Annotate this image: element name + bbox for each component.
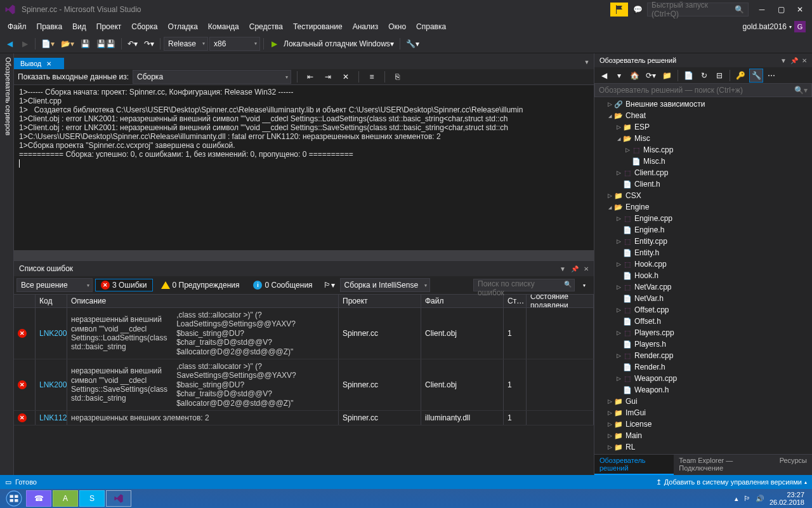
menu-Команда[interactable]: Команда — [203, 20, 244, 33]
tree-arrow-icon[interactable] — [615, 238, 622, 244]
tray-up-icon[interactable]: ▴ — [735, 495, 738, 503]
error-code[interactable]: LNK1120 — [39, 413, 67, 422]
output-tab[interactable]: Вывод✕ — [14, 58, 64, 69]
error-row[interactable]: ✕ LNK2001 неразрешенный внешний символ "… — [14, 359, 594, 411]
se-wrench-button[interactable]: 🔧 — [749, 69, 763, 83]
tab-resources[interactable]: Ресурсы — [775, 455, 812, 475]
error-code[interactable]: LNK2001 — [39, 380, 67, 389]
error-code[interactable]: LNK2001 — [39, 329, 67, 338]
toolbar-extra-button[interactable]: 🔧▾ — [403, 37, 422, 51]
tree-node[interactable]: 📄 Offset.h — [594, 316, 812, 327]
tree-node[interactable]: ⬚ Weapon.cpp — [594, 373, 812, 384]
error-row[interactable]: ✕ LNK1120 неразрешенных внешних элементо… — [14, 411, 594, 425]
se-more-button[interactable]: ⋯ — [764, 69, 778, 83]
tree-node[interactable]: ⬚ Client.cpp — [594, 167, 812, 178]
se-home-button[interactable]: 🏠 — [627, 69, 642, 83]
tree-arrow-icon[interactable] — [615, 135, 622, 142]
tree-node[interactable]: 📁 ImGui — [594, 407, 812, 418]
col-code[interactable]: Код — [36, 295, 67, 307]
solution-tree[interactable]: 🔗 Внешние зависимости 📂 Cheat 📁 ESP 📂 Mi… — [594, 97, 812, 454]
col-line[interactable]: Ст… — [504, 295, 527, 307]
menu-Правка[interactable]: Правка — [32, 20, 68, 33]
taskbar-clock[interactable]: 23:27 26.02.2018 — [769, 491, 804, 506]
undo-button[interactable]: ↶▾ — [125, 37, 140, 51]
menu-Проект[interactable]: Проект — [91, 20, 127, 33]
se-dropdown-icon[interactable]: ▼ — [780, 57, 787, 64]
errors-filter[interactable]: ✕3 Ошибки — [95, 279, 153, 291]
output-source-select[interactable]: Сборка — [133, 70, 291, 84]
close-button[interactable]: ✕ — [790, 3, 809, 17]
se-properties-button[interactable]: 🔑 — [733, 69, 748, 83]
error-search-drop[interactable]: ▾ — [577, 278, 591, 292]
output-next-button[interactable]: ⇥ — [321, 70, 335, 84]
se-back-button[interactable]: ◀ — [597, 69, 611, 83]
build-intellisense-select[interactable]: Сборка и IntelliSense — [340, 278, 430, 292]
tree-node[interactable]: ⬚ Entity.cpp — [594, 236, 812, 247]
error-list-dropdown-icon[interactable]: ▼ — [560, 265, 566, 272]
se-collapse-button[interactable]: ⊟ — [712, 69, 726, 83]
col-desc[interactable]: Описание — [67, 295, 339, 307]
tree-arrow-icon[interactable] — [615, 215, 622, 222]
nav-fwd-button[interactable]: ▶ — [18, 37, 32, 51]
tree-arrow-icon[interactable] — [615, 352, 622, 359]
tree-arrow-icon[interactable] — [606, 192, 613, 199]
output-prev-button[interactable]: ⇤ — [303, 70, 317, 84]
tree-node[interactable]: 📄 Entity.h — [594, 247, 812, 258]
feedback-icon[interactable]: 💬 — [631, 3, 645, 17]
open-file-button[interactable]: 📂▾ — [58, 37, 77, 51]
notification-flag-icon[interactable] — [610, 3, 628, 17]
taskbar-vs[interactable] — [106, 490, 131, 507]
menu-Тестирование[interactable]: Тестирование — [288, 20, 348, 33]
tree-node[interactable]: 📄 Render.h — [594, 361, 812, 373]
tree-node[interactable]: ⬚ Players.cpp — [594, 327, 812, 338]
tree-node[interactable]: ⬚ Engine.cpp — [594, 213, 812, 224]
tree-arrow-icon[interactable] — [615, 307, 622, 313]
tree-arrow-icon[interactable] — [615, 375, 622, 382]
tree-arrow-icon[interactable] — [615, 330, 622, 336]
se-pin-icon[interactable]: 📌 — [790, 57, 798, 64]
se-search-input[interactable]: Обозреватель решений — поиск (Ctrl+ж) 🔍▾ — [594, 83, 812, 97]
col-supp[interactable]: Состояние подавлени — [527, 295, 594, 307]
start-debug-button[interactable]: ▶ — [267, 37, 281, 51]
start-button[interactable] — [3, 490, 25, 507]
tree-node[interactable]: 📂 Misc — [594, 133, 812, 144]
vcs-add-button[interactable]: ↥ Добавить в систему управления версиями… — [656, 478, 807, 486]
tree-node[interactable]: ⬚ Offset.cpp — [594, 304, 812, 316]
error-filter-button[interactable]: 🏳▾ — [321, 278, 337, 292]
tree-node[interactable]: 📄 Hook.h — [594, 270, 812, 281]
messages-filter[interactable]: i0 Сообщения — [247, 279, 318, 291]
server-explorer-dock[interactable]: Обозреватель серверов — [0, 53, 14, 475]
menu-Сборка[interactable]: Сборка — [126, 20, 162, 33]
se-refresh-button[interactable]: ↻ — [697, 69, 711, 83]
warnings-filter[interactable]: 0 Предупреждения — [155, 279, 246, 291]
tree-arrow-icon[interactable] — [606, 432, 613, 439]
taskbar-skype[interactable]: S — [79, 490, 105, 507]
menu-Анализ[interactable]: Анализ — [348, 20, 384, 33]
tree-node[interactable]: 📁 RL — [594, 441, 812, 453]
output-wrap-button[interactable]: ≡ — [365, 70, 379, 84]
tree-arrow-icon[interactable] — [615, 261, 622, 267]
tree-node[interactable]: 📁 Gui — [594, 396, 812, 407]
tree-node[interactable]: 📂 Engine — [594, 201, 812, 213]
tree-node[interactable]: 🔗 Внешние зависимости — [594, 98, 812, 110]
tree-arrow-icon[interactable] — [615, 124, 622, 130]
new-project-button[interactable]: 📄▾ — [39, 37, 57, 51]
se-fwd-button[interactable]: ▾ — [612, 69, 626, 83]
error-scope-select[interactable]: Все решение — [16, 278, 93, 292]
tree-node[interactable]: ⬚ Misc.cpp — [594, 144, 812, 156]
tree-node[interactable]: 📄 Misc.h — [594, 156, 812, 167]
taskbar-viber[interactable]: ☎ — [26, 490, 51, 507]
menu-Файл[interactable]: Файл — [3, 20, 32, 33]
tree-node[interactable]: 📁 License — [594, 418, 812, 430]
nav-back-button[interactable]: ◀ — [3, 37, 16, 51]
tree-arrow-icon[interactable] — [615, 284, 622, 290]
tree-node[interactable]: 📄 Client.h — [594, 178, 812, 190]
tree-node[interactable]: 📄 Engine.h — [594, 224, 812, 236]
se-close-icon[interactable]: ✕ — [802, 57, 807, 64]
col-proj[interactable]: Проект — [339, 295, 421, 307]
error-row[interactable]: ✕ LNK2001 неразрешенный внешний символ "… — [14, 308, 594, 359]
tray-sound-icon[interactable]: 🔊 — [756, 495, 764, 503]
tree-arrow-icon[interactable] — [606, 101, 613, 107]
tree-node[interactable]: 📁 Main — [594, 430, 812, 441]
output-extra-button[interactable]: ⎘ — [391, 70, 405, 84]
